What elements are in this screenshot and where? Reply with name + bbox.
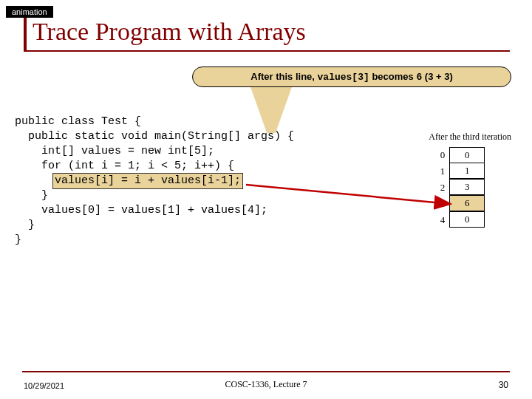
- code-line: public class Test {: [15, 115, 141, 128]
- diagram-index: 4: [429, 212, 449, 228]
- callout-suf: (3 + 3): [422, 71, 453, 82]
- array-diagram: After the third iteration 0011233640: [429, 132, 511, 228]
- diagram-index: 2: [429, 180, 449, 196]
- diagram-cell: 3: [449, 179, 485, 195]
- code-line: public static void main(String[] args) {: [15, 130, 294, 143]
- diagram-cell: 1: [449, 163, 485, 179]
- highlighted-line: values[i] = i + values[i-1];: [52, 173, 243, 189]
- footer-page: 30: [499, 380, 508, 390]
- code-line: }: [15, 219, 35, 231]
- code-line: }: [15, 233, 21, 246]
- diagram-row: 11: [429, 163, 511, 180]
- diagram-row: 00: [429, 147, 511, 163]
- diagram-title: After the third iteration: [429, 132, 511, 143]
- page-title: Trace Program with Arrays: [24, 15, 510, 50]
- code-line: for (int i = 1; i < 5; i++) {: [15, 160, 234, 172]
- footer-center: COSC-1336, Lecture 7: [225, 379, 307, 390]
- diagram-cell: 0: [449, 147, 485, 163]
- diagram-index: 1: [429, 163, 449, 180]
- footer-rule: [22, 371, 510, 372]
- code-line: int[] values = new int[5];: [15, 145, 214, 157]
- footer-date: 10/29/2021: [24, 381, 64, 390]
- diagram-index: 3: [429, 196, 449, 212]
- diagram-cell: 0: [449, 211, 485, 228]
- diagram-row: 40: [429, 212, 511, 228]
- callout-code: values[3]: [318, 72, 369, 83]
- diagram-index: 0: [429, 147, 449, 163]
- code-line: }: [15, 189, 48, 202]
- code-line: values[0] = values[1] + values[4];: [15, 204, 267, 216]
- diagram-row: 36: [429, 196, 511, 212]
- callout-pre: After this line,: [250, 71, 317, 82]
- diagram-cell: 6: [449, 195, 485, 211]
- diagram-row: 23: [429, 180, 511, 196]
- callout-mid: becomes: [369, 71, 417, 82]
- callout-bubble: After this line, values[3] becomes 6 (3 …: [192, 66, 511, 87]
- title-bar: Trace Program with Arrays: [24, 15, 510, 52]
- code-block: public class Test { public static void m…: [15, 115, 294, 248]
